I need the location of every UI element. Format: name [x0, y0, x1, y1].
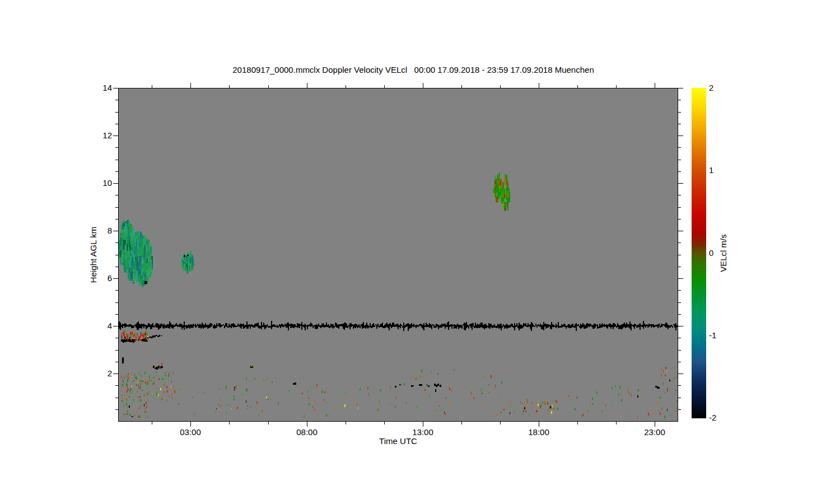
y-tick-minor — [115, 100, 118, 100]
y-tick-major — [113, 183, 118, 184]
colorbar-axis-label: VELcl m/s — [718, 234, 728, 272]
y-tick-minor-right — [678, 160, 681, 160]
x-tick-minor-top — [500, 85, 501, 88]
colorbar-tick-label: -1 — [709, 330, 716, 340]
y-tick-major-right — [678, 136, 683, 136]
x-tick-minor-top — [461, 85, 462, 88]
x-tick-minor — [268, 422, 269, 424]
y-tick-minor-right — [678, 124, 681, 124]
y-tick-label: 6 — [83, 273, 112, 283]
y-tick-minor — [115, 362, 118, 362]
y-tick-minor — [115, 124, 118, 124]
y-tick-minor-right — [678, 314, 681, 315]
y-tick-label: 4 — [83, 321, 112, 331]
y-tick-minor-right — [678, 398, 681, 398]
y-tick-minor-right — [678, 195, 681, 195]
y-tick-minor-right — [678, 255, 681, 255]
y-tick-minor-right — [678, 112, 681, 113]
y-tick-minor — [115, 207, 118, 208]
y-tick-minor-right — [678, 362, 681, 362]
y-tick-minor — [115, 314, 118, 315]
y-tick-label: 10 — [83, 178, 112, 188]
y-tick-minor-right — [678, 385, 681, 386]
x-tick-major-top — [307, 83, 307, 88]
y-tick-major — [113, 374, 118, 374]
y-tick-major-right — [678, 88, 683, 88]
y-tick-minor-right — [678, 409, 681, 410]
x-tick-minor — [577, 422, 578, 424]
x-tick-minor-top — [577, 85, 578, 88]
y-tick-minor-right — [678, 242, 681, 243]
x-tick-major-top — [423, 83, 423, 88]
x-tick-major — [655, 422, 655, 427]
x-tick-label: 23:00 — [632, 427, 677, 437]
colorbar-tick-label: 1 — [709, 165, 713, 175]
y-tick-major-right — [678, 183, 683, 184]
x-axis-label: Time UTC — [118, 436, 678, 446]
chart-title: 20180917_0000.mmclx Doppler Velocity VEL… — [133, 65, 693, 74]
x-tick-minor — [616, 422, 617, 424]
y-tick-label: 12 — [83, 130, 112, 141]
y-tick-minor-right — [678, 350, 681, 351]
x-tick-minor — [346, 422, 346, 424]
y-tick-minor-right — [678, 207, 681, 208]
y-tick-minor — [115, 255, 118, 255]
y-tick-major-right — [678, 231, 683, 231]
colorbar-tick-label: 0 — [709, 248, 713, 258]
y-tick-minor-right — [678, 219, 681, 220]
x-tick-minor-top — [384, 85, 385, 88]
y-tick-minor-right — [678, 147, 681, 148]
y-tick-minor — [115, 350, 118, 351]
y-tick-major-right — [678, 374, 683, 374]
y-tick-minor-right — [678, 338, 681, 338]
x-tick-minor-top — [229, 85, 230, 88]
x-tick-minor — [500, 422, 501, 424]
x-tick-major — [307, 422, 307, 427]
x-tick-minor — [152, 422, 152, 424]
colorbar — [692, 88, 706, 418]
y-tick-minor — [115, 160, 118, 160]
x-tick-label: 13:00 — [400, 427, 445, 437]
x-tick-minor — [229, 422, 230, 424]
y-tick-minor — [115, 171, 118, 172]
y-tick-minor-right — [678, 267, 681, 267]
x-tick-minor-top — [616, 85, 617, 88]
x-tick-major-top — [190, 83, 191, 88]
y-tick-minor-right — [678, 100, 681, 100]
doppler-velocity-figure: 20180917_0000.mmclx Doppler Velocity VEL… — [0, 0, 840, 504]
y-tick-major — [113, 88, 118, 88]
x-tick-minor — [384, 422, 385, 424]
y-tick-minor — [115, 195, 118, 195]
x-tick-major — [423, 422, 423, 427]
y-tick-major-right — [678, 326, 683, 326]
y-tick-minor-right — [678, 290, 681, 291]
x-tick-major — [539, 422, 539, 427]
y-tick-minor — [115, 267, 118, 267]
y-tick-major — [113, 136, 118, 136]
y-tick-label: 8 — [83, 226, 112, 236]
velocity-heatmap-canvas — [119, 88, 678, 421]
y-tick-major — [113, 231, 118, 231]
y-tick-minor-right — [678, 302, 681, 303]
x-tick-major-top — [539, 83, 539, 88]
plot-area — [118, 88, 678, 422]
x-tick-minor — [461, 422, 462, 424]
y-tick-minor — [115, 219, 118, 220]
y-tick-minor — [115, 385, 118, 386]
y-tick-minor — [115, 409, 118, 410]
y-tick-minor — [115, 290, 118, 291]
y-tick-major-right — [678, 278, 683, 279]
x-tick-minor-top — [346, 85, 346, 88]
y-tick-minor — [115, 112, 118, 113]
y-tick-minor — [115, 338, 118, 338]
y-tick-major — [113, 278, 118, 279]
x-tick-major — [190, 422, 191, 427]
x-tick-label: 03:00 — [168, 427, 213, 437]
colorbar-tick-label: -2 — [709, 413, 716, 423]
x-tick-label: 18:00 — [516, 427, 561, 437]
y-tick-minor — [115, 147, 118, 148]
x-tick-minor-top — [152, 85, 152, 88]
y-tick-minor-right — [678, 171, 681, 172]
y-tick-minor — [115, 242, 118, 243]
y-tick-minor — [115, 398, 118, 398]
